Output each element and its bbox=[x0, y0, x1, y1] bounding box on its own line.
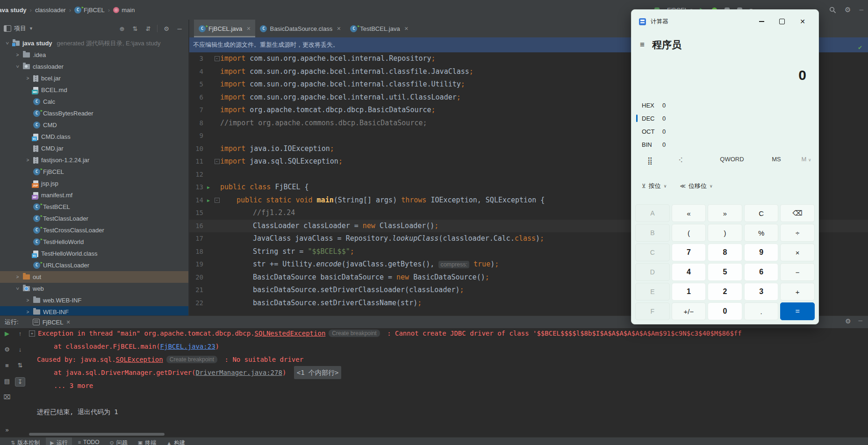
line-number[interactable]: 4 bbox=[189, 65, 203, 79]
up-stacktrace-icon[interactable]: ↑ bbox=[15, 330, 25, 338]
tree-item-cmd-jar[interactable]: CMD.jar bbox=[0, 143, 188, 154]
hide-console-icon[interactable]: ─ bbox=[858, 317, 862, 325]
calc-key-7[interactable]: 7 bbox=[672, 244, 706, 261]
line-number[interactable]: 12 bbox=[189, 168, 203, 181]
line-number[interactable]: 20 bbox=[189, 271, 203, 284]
calc-key-3[interactable]: 3 bbox=[744, 283, 779, 301]
line-number[interactable]: 6 bbox=[189, 91, 203, 104]
editor-tab-basicdatasource-class[interactable]: CBasicDataSource.class✕ bbox=[255, 20, 345, 37]
hide-panel-icon[interactable]: ─ bbox=[174, 25, 185, 32]
tree-item-classloader[interactable]: >classloader bbox=[0, 61, 188, 72]
expand-arrow-icon[interactable]: > bbox=[24, 76, 31, 81]
tree-item-testcrossclassloader[interactable]: CTestCrossClassLoader bbox=[0, 224, 188, 236]
full-keypad-icon[interactable]: ⣿ bbox=[647, 157, 653, 165]
stop-icon[interactable]: ■ bbox=[2, 361, 12, 370]
bitwise-dropdown[interactable]: ⊻ 按位 ∨ bbox=[638, 180, 670, 192]
hamburger-menu-icon[interactable]: ≡ bbox=[640, 40, 645, 50]
tree-item-web-inf[interactable]: >WEB-INF bbox=[0, 306, 188, 316]
calc-key-0[interactable]: 0 bbox=[708, 302, 742, 320]
line-number[interactable]: 22 bbox=[189, 297, 203, 310]
tree-item-idea[interactable]: >.idea bbox=[0, 49, 188, 61]
calc-key-decimal[interactable]: . bbox=[744, 302, 779, 320]
calc-key-4[interactable]: 4 bbox=[672, 263, 706, 281]
calc-key-backspace[interactable]: ⌫ bbox=[780, 204, 815, 222]
line-number[interactable]: 16 bbox=[189, 220, 203, 233]
breadcrumb-item-main[interactable]: main bbox=[113, 7, 135, 14]
tree-item-fastjson-1-2-24-jar[interactable]: >fastjson-1.2.24.jar bbox=[0, 154, 188, 166]
create-breakpoint-chip[interactable]: Create breakpoint bbox=[166, 356, 217, 363]
expand-arrow-icon[interactable]: > bbox=[24, 158, 31, 163]
close-tab-icon[interactable]: ✕ bbox=[337, 26, 341, 32]
scroll-to-end-icon[interactable]: ↧ bbox=[15, 377, 25, 387]
more-tools-icon[interactable]: » bbox=[2, 426, 12, 434]
calc-key-percent[interactable]: % bbox=[744, 224, 779, 242]
close-tab-icon[interactable]: ✕ bbox=[404, 26, 409, 32]
tree-item-web-web-inf[interactable]: >web.WEB-INF bbox=[0, 294, 188, 306]
statusbar-item-item[interactable]: ▶运行 bbox=[46, 438, 72, 445]
chevron-down-icon[interactable]: ▼ bbox=[29, 26, 33, 31]
close-tab-icon[interactable]: ✕ bbox=[246, 26, 251, 32]
calc-close-button[interactable]: ✕ bbox=[792, 14, 813, 29]
panel-settings-icon[interactable]: ⚙ bbox=[161, 25, 172, 32]
memory-store-button[interactable]: MS bbox=[767, 156, 786, 163]
stacktrace-link[interactable]: DriverManager.java:278 bbox=[195, 366, 282, 379]
tree-item-cmd-class[interactable]: 01CMD.class bbox=[0, 131, 188, 143]
radix-row-bin[interactable]: BIN0 bbox=[635, 138, 762, 151]
line-number[interactable]: 18 bbox=[189, 245, 203, 258]
statusbar-item-item[interactable]: ⇅版本控制 bbox=[7, 438, 44, 445]
statusbar-item-item[interactable]: ⊙问题 bbox=[106, 438, 132, 445]
run-line-icon[interactable]: ▶ bbox=[203, 181, 214, 194]
calc-key-shift-right[interactable]: » bbox=[708, 204, 742, 222]
editor-tab-fjbcel-java[interactable]: CFjBCEL.java✕ bbox=[194, 20, 255, 37]
tree-item-bcel-jar[interactable]: >bcel.jar bbox=[0, 72, 188, 84]
tree-item-out[interactable]: >out bbox=[0, 271, 188, 283]
calc-key-multiply[interactable]: × bbox=[780, 244, 815, 261]
folded-frames-chip[interactable]: <1 个内部行> bbox=[294, 366, 342, 379]
calc-key-equals[interactable]: = bbox=[780, 302, 815, 320]
console-horizontal-scrollbar[interactable] bbox=[29, 433, 165, 436]
line-number[interactable]: 3 bbox=[189, 52, 203, 65]
radix-row-oct[interactable]: OCT0 bbox=[635, 125, 762, 138]
collapse-arrow-icon[interactable]: > bbox=[15, 285, 20, 292]
radix-row-hex[interactable]: HEX0 bbox=[635, 99, 762, 112]
tree-item-cmd[interactable]: CCMD bbox=[0, 119, 188, 131]
expand-arrow-icon[interactable]: > bbox=[14, 52, 21, 57]
edit-configuration-icon[interactable]: ⚙ bbox=[2, 345, 12, 354]
tree-item-testhelloworld-class[interactable]: 01TestHelloWorld.class bbox=[0, 248, 188, 259]
expand-all-icon[interactable]: ⇅ bbox=[130, 25, 140, 32]
line-number[interactable]: 13 bbox=[189, 181, 203, 194]
calc-minimize-button[interactable] bbox=[751, 14, 772, 29]
expand-arrow-icon[interactable]: > bbox=[24, 309, 31, 315]
calc-key-1[interactable]: 1 bbox=[672, 283, 706, 301]
expand-arrow-icon[interactable]: > bbox=[14, 274, 21, 280]
line-number[interactable]: 9 bbox=[189, 129, 203, 143]
memory-menu-button[interactable]: M ∨ bbox=[796, 156, 817, 163]
calc-key-6[interactable]: 6 bbox=[744, 263, 779, 281]
calc-key-clear[interactable]: C bbox=[744, 204, 779, 222]
calc-key-shift-left[interactable]: « bbox=[672, 204, 706, 222]
tree-item-testhelloworld[interactable]: CTestHelloWorld bbox=[0, 236, 188, 248]
print-icon[interactable]: ▤ bbox=[2, 377, 12, 386]
tree-item-urlclassloader[interactable]: CURLClassLoader bbox=[0, 259, 188, 271]
calc-key-close-paren[interactable]: ) bbox=[708, 224, 742, 242]
breadcrumb-item-java-study[interactable]: java study bbox=[0, 7, 27, 14]
line-number[interactable]: 14 bbox=[189, 194, 203, 207]
fold-icon[interactable]: - bbox=[214, 56, 220, 61]
console-settings-icon[interactable]: ⚙ bbox=[845, 317, 851, 325]
project-panel-title[interactable]: 项目 bbox=[14, 24, 26, 33]
tree-item-manifest-mf[interactable]: MFmanifest.mf bbox=[0, 189, 188, 201]
expand-arrow-icon[interactable]: > bbox=[24, 298, 31, 303]
close-icon[interactable]: ✕ bbox=[66, 319, 70, 325]
line-number[interactable]: 21 bbox=[189, 284, 203, 297]
collapse-arrow-icon[interactable]: > bbox=[15, 63, 20, 70]
tree-item-testbcel[interactable]: CTestBCEL bbox=[0, 201, 188, 213]
bitshift-dropdown[interactable]: ≪ 位移位 ∨ bbox=[676, 180, 716, 192]
tree-item-testclassloader[interactable]: CTestClassLoader bbox=[0, 213, 188, 224]
line-number[interactable]: 7 bbox=[189, 104, 203, 117]
fold-icon[interactable]: - bbox=[214, 198, 220, 203]
line-number[interactable]: 15 bbox=[189, 207, 203, 220]
statusbar-item-item[interactable]: ▲构建 bbox=[162, 438, 189, 445]
tree-item-fjbcel[interactable]: CFjBCEL bbox=[0, 166, 188, 178]
locate-file-icon[interactable]: ⊕ bbox=[117, 25, 127, 32]
calc-key-open-paren[interactable]: ( bbox=[672, 224, 706, 242]
